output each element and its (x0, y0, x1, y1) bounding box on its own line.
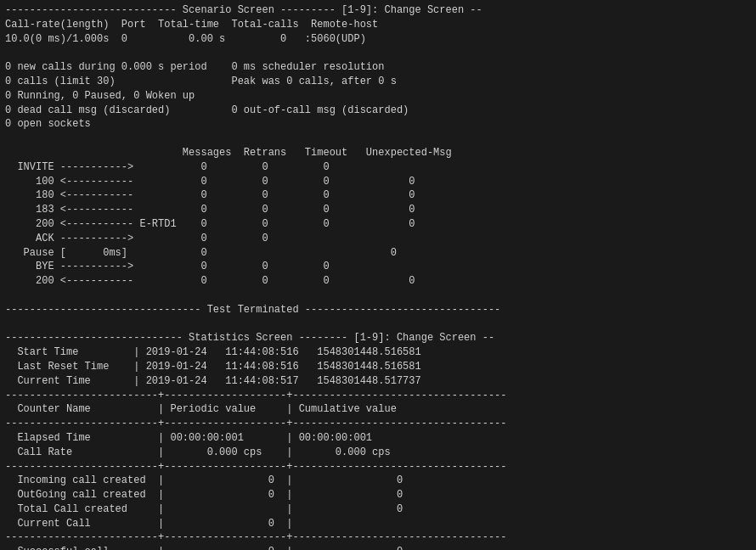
terminal-line (5, 46, 751, 60)
terminal-line: Current Call | 0 | (5, 517, 751, 531)
terminal-line: ACK -----------> 0 0 (5, 232, 751, 246)
terminal-line: Start Time | 2019-01-24 11:44:08:516 154… (5, 345, 751, 360)
terminal-line: 0 calls (limit 30) Peak was 0 calls, aft… (5, 75, 751, 89)
terminal-line: 0 open sockets (5, 117, 751, 132)
terminal-line: OutGoing call created | 0 | 0 (5, 488, 751, 502)
terminal-line: Incoming call created | 0 | 0 (5, 474, 751, 488)
terminal-line: -------------------------+--------------… (5, 530, 751, 545)
terminal-line: -------------------------+--------------… (5, 417, 751, 431)
terminal-line: 200 <----------- 0 0 0 0 (5, 274, 751, 289)
terminal-line: 183 <----------- 0 0 0 0 (5, 203, 751, 217)
terminal-line: -------------------------+--------------… (5, 460, 751, 474)
terminal-line: 0 dead call msg (discarded) 0 out-of-cal… (5, 104, 751, 118)
terminal-line (5, 317, 751, 332)
terminal-line: INVITE -----------> 0 0 0 (5, 160, 751, 175)
terminal-line: ---------------------------- Scenario Sc… (5, 3, 751, 18)
terminal-line (5, 289, 751, 303)
terminal-line: 0 Running, 0 Paused, 0 Woken up (5, 89, 751, 104)
terminal-line: Counter Name | Periodic value | Cumulati… (5, 402, 751, 417)
terminal-line: ----------------------------- Statistics… (5, 331, 751, 345)
terminal-line: Call-rate(length) Port Total-time Total-… (5, 18, 751, 32)
terminal-line: -------------------------+--------------… (5, 389, 751, 403)
terminal-line: Call Rate | 0.000 cps | 0.000 cps (5, 446, 751, 460)
terminal-line: -------------------------------- Test Te… (5, 303, 751, 317)
terminal-line: Elapsed Time | 00:00:00:001 | 00:00:00:0… (5, 431, 751, 446)
terminal-line (5, 132, 751, 146)
terminal-line: 0 new calls during 0.000 s period 0 ms s… (5, 60, 751, 75)
terminal-screen: ---------------------------- Scenario Sc… (0, 0, 756, 550)
terminal-line: Messages Retrans Timeout Unexpected-Msg (5, 146, 751, 160)
terminal-line: Successful call | 0 | 0 (5, 545, 751, 550)
terminal-line: Current Time | 2019-01-24 11:44:08:517 1… (5, 374, 751, 389)
terminal-line: BYE -----------> 0 0 0 (5, 260, 751, 274)
terminal-line: Last Reset Time | 2019-01-24 11:44:08:51… (5, 360, 751, 374)
terminal-line: 10.0(0 ms)/1.000s 0 0.00 s 0 :5060(UDP) (5, 32, 751, 47)
terminal-line: 100 <----------- 0 0 0 0 (5, 175, 751, 189)
terminal-line: Pause [ 0ms] 0 0 (5, 246, 751, 261)
terminal-line: Total Call created | | 0 (5, 502, 751, 517)
terminal-line: 180 <----------- 0 0 0 0 (5, 188, 751, 203)
terminal-line: 200 <----------- E-RTD1 0 0 0 0 (5, 217, 751, 232)
